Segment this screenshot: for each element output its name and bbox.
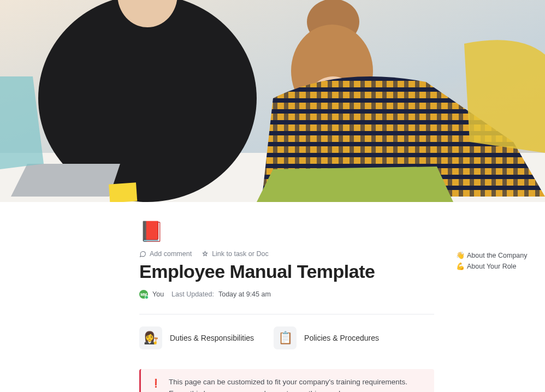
outline-link-label: About the Company [467, 252, 528, 259]
flex-icon: 💪 [456, 262, 465, 270]
page-title[interactable]: Employee Manual Template [139, 261, 434, 282]
section-card-policies[interactable]: 📋 Policies & Procedures [274, 326, 379, 349]
page-meta: MM You Last Updated: Today at 9:45 am [139, 290, 434, 299]
exclamation-icon: ❗ [151, 377, 161, 389]
cover-image [0, 0, 545, 202]
outline-link-about-company[interactable]: 👋 About the Company [456, 251, 528, 259]
comment-icon [139, 251, 146, 258]
author-name: You [152, 290, 164, 298]
document-main: 📕 Add comment Link to task or Doc Employ… [0, 202, 434, 392]
judge-icon: 👩‍⚖️ [139, 326, 162, 349]
add-comment-label: Add comment [150, 250, 192, 258]
add-comment-button[interactable]: Add comment [139, 250, 192, 258]
link-to-label: Link to task or Doc [212, 250, 269, 258]
section-card-duties[interactable]: 👩‍⚖️ Duties & Responsibilities [139, 326, 254, 349]
section-card-label: Duties & Responsibilities [170, 334, 254, 342]
link-to-button[interactable]: Link to task or Doc [202, 250, 269, 258]
link-icon [202, 251, 209, 258]
notepad-icon: 📋 [274, 326, 297, 349]
svg-marker-14 [257, 167, 453, 202]
outline-link-about-role[interactable]: 💪 About Your Role [456, 262, 528, 270]
wave-icon: 👋 [456, 251, 465, 259]
svg-rect-10 [109, 182, 137, 202]
outline-sidebar: 👋 About the Company 💪 About Your Role [434, 202, 528, 273]
section-card-label: Policies & Procedures [304, 334, 379, 342]
last-updated-time: Today at 9:45 am [218, 290, 271, 298]
info-banner[interactable]: ❗ This page can be customized to fit you… [139, 369, 434, 392]
outline-link-label: About Your Role [467, 263, 516, 270]
banner-text: This page can be customized to fit your … [169, 377, 424, 392]
last-updated-label: Last Updated: [171, 290, 214, 298]
author-avatar[interactable]: MM [139, 290, 148, 299]
page-icon[interactable]: 📕 [139, 218, 165, 245]
divider [139, 314, 434, 314]
svg-marker-9 [11, 164, 120, 197]
